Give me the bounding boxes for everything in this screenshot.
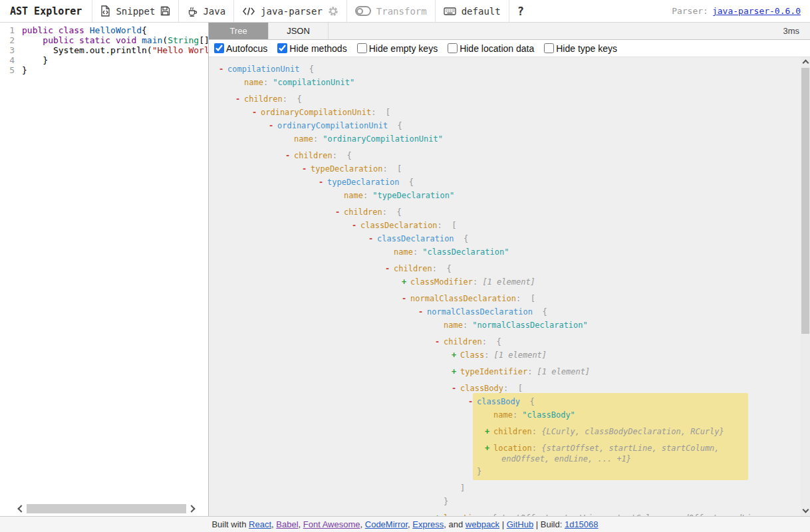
- collapse-minus-icon[interactable]: -: [368, 232, 377, 245]
- tree-line[interactable]: -classBody: [: [209, 382, 810, 395]
- tree-line[interactable]: -compilationUnit {: [209, 63, 810, 76]
- tree-token-prev: {LCurly, classBodyDeclaration, RCurly}: [541, 427, 724, 436]
- tree-line[interactable]: -children: {: [209, 149, 810, 162]
- tree-token-key: typeDeclaration: [311, 164, 382, 174]
- tab-tree[interactable]: Tree: [209, 23, 269, 39]
- tree-line[interactable]: +classModifier: [1 element]: [209, 275, 810, 289]
- collapse-minus-icon[interactable]: -: [235, 92, 244, 106]
- ast-tree: -compilationUnit {name: "compilationUnit…: [209, 57, 810, 516]
- tree-line[interactable]: -children: {: [209, 335, 810, 348]
- language-button[interactable]: Java: [179, 0, 234, 22]
- scroll-down-icon[interactable]: [802, 507, 809, 513]
- tree-token-prev: [1 element]: [494, 350, 547, 360]
- footer-link-express[interactable]: Express: [412, 519, 444, 529]
- tree-vertical-scrollbar[interactable]: [801, 57, 810, 516]
- tree-line[interactable]: -children: {: [209, 205, 810, 219]
- collapse-minus-icon[interactable]: -: [335, 205, 344, 219]
- scroll-left-icon[interactable]: [17, 505, 25, 512]
- tree-line[interactable]: -children: {: [209, 92, 810, 106]
- snippet-button[interactable]: Snippet: [92, 0, 179, 22]
- expand-plus-icon[interactable]: +: [452, 365, 460, 378]
- tree-line[interactable]: +location: {startOffset, startLine, star…: [209, 442, 810, 455]
- tree-line[interactable]: -typeDeclaration: [: [209, 162, 810, 176]
- footer-text: , and: [444, 519, 466, 529]
- tree-line[interactable]: +typeIdentifier: [1 element]: [209, 365, 810, 378]
- settings-checkbox-autofocus[interactable]: Autofocus: [214, 43, 267, 54]
- collapse-minus-icon[interactable]: -: [269, 119, 277, 132]
- tree-line[interactable]: -classDeclaration: [: [209, 219, 810, 232]
- code-line[interactable]: 2 public static void main(String[] args)…: [0, 35, 208, 45]
- question-mark-icon: ?: [517, 5, 524, 18]
- tree-line[interactable]: -normalClassDeclaration {: [209, 305, 810, 319]
- gear-icon[interactable]: [328, 6, 338, 17]
- tree-line[interactable]: +Class: [1 element]: [209, 348, 810, 362]
- collapse-minus-icon[interactable]: -: [302, 162, 311, 176]
- tree-line[interactable]: +location: {startOffset, startLine, star…: [209, 511, 810, 516]
- footer-link-babel[interactable]: Babel: [276, 519, 298, 529]
- collapse-minus-icon[interactable]: -: [452, 382, 460, 395]
- tree-token-pun: :: [482, 513, 491, 516]
- tree-line[interactable]: -typeDeclaration {: [209, 176, 810, 189]
- tree-line[interactable]: -ordinaryCompilationUnit: [: [209, 106, 810, 119]
- footer-link-webpack[interactable]: webpack: [466, 519, 499, 529]
- tree-line[interactable]: -classDeclaration {: [209, 232, 810, 245]
- tree-token-pun: : [: [516, 294, 535, 303]
- code-editor[interactable]: 1public class HelloWorld{2 public static…: [0, 23, 209, 516]
- collapse-minus-icon[interactable]: -: [285, 149, 294, 162]
- tree-token-pun: : {: [432, 264, 452, 273]
- tree-token-pun: : [: [438, 221, 457, 230]
- settings-checkbox-hide-methods[interactable]: Hide methods: [277, 43, 346, 54]
- expand-plus-icon[interactable]: +: [485, 442, 493, 455]
- expand-plus-icon[interactable]: +: [452, 348, 460, 362]
- checkbox-input[interactable]: [214, 43, 224, 53]
- expand-plus-icon[interactable]: +: [402, 275, 410, 289]
- vertical-scrollbar-thumb[interactable]: [801, 68, 809, 334]
- tree-line[interactable]: -children: {: [209, 262, 810, 275]
- code-line[interactable]: 5}: [0, 65, 208, 75]
- collapse-minus-icon[interactable]: -: [435, 335, 444, 348]
- collapse-minus-icon[interactable]: -: [385, 262, 394, 275]
- checkbox-input[interactable]: [448, 43, 458, 53]
- settings-checkbox-hide-empty-keys[interactable]: Hide empty keys: [357, 43, 438, 54]
- tree-line[interactable]: -ordinaryCompilationUnit {: [209, 119, 810, 132]
- collapse-minus-icon[interactable]: -: [252, 106, 261, 119]
- checkbox-input[interactable]: [357, 43, 367, 53]
- keyboard-shortcuts-button[interactable]: default: [436, 0, 509, 22]
- parser-button[interactable]: java-parser: [234, 0, 347, 22]
- scroll-up-icon[interactable]: [802, 60, 809, 66]
- footer-link-font-awesome[interactable]: Font Awesome: [303, 519, 360, 529]
- transform-toggle[interactable]: Transform: [347, 0, 436, 22]
- editor-horizontal-scrollbar[interactable]: [19, 503, 205, 513]
- horizontal-scrollbar-thumb[interactable]: [27, 504, 186, 513]
- settings-checkbox-hide-location-data[interactable]: Hide location data: [448, 43, 534, 54]
- collapse-minus-icon[interactable]: -: [219, 63, 227, 76]
- settings-checkbox-hide-type-keys[interactable]: Hide type keys: [544, 43, 617, 54]
- collapse-minus-icon[interactable]: -: [402, 292, 410, 305]
- collapse-minus-icon[interactable]: -: [352, 219, 360, 232]
- checkbox-input[interactable]: [277, 43, 287, 53]
- footer-link-codemirror[interactable]: CodeMirror: [365, 519, 408, 529]
- tab-json[interactable]: JSON: [269, 23, 329, 39]
- tree-scroll-area[interactable]: -compilationUnit {name: "compilationUnit…: [209, 57, 810, 516]
- collapse-minus-icon[interactable]: -: [418, 305, 427, 319]
- code-line[interactable]: 4 }: [0, 55, 208, 65]
- floppy-disk-icon[interactable]: [160, 6, 170, 16]
- scroll-right-icon[interactable]: [188, 505, 195, 512]
- checkbox-input[interactable]: [544, 43, 554, 53]
- footer-link-react[interactable]: React: [249, 519, 271, 529]
- footer-link-1d15068[interactable]: 1d15068: [565, 519, 599, 529]
- collapse-minus-icon[interactable]: -: [319, 176, 327, 189]
- checkbox-label: Hide location data: [460, 43, 534, 54]
- expand-plus-icon[interactable]: +: [485, 425, 493, 438]
- code-text: System.out.println("Hello World!!");: [15, 45, 209, 55]
- code-line[interactable]: 1public class HelloWorld{: [0, 25, 208, 35]
- footer-link-github[interactable]: GitHub: [507, 519, 533, 529]
- tree-line[interactable]: -classBody {: [209, 395, 810, 408]
- parser-version-link[interactable]: java-parser-0.6.0: [712, 6, 801, 16]
- collapse-minus-icon[interactable]: -: [468, 395, 477, 408]
- code-line[interactable]: 3 System.out.println("Hello World!!");: [0, 45, 208, 55]
- help-button[interactable]: ?: [509, 0, 532, 22]
- tree-line[interactable]: +children: {LCurly, classBodyDeclaration…: [209, 425, 810, 438]
- expand-plus-icon[interactable]: +: [435, 511, 444, 516]
- tree-line[interactable]: -normalClassDeclaration: [: [209, 292, 810, 305]
